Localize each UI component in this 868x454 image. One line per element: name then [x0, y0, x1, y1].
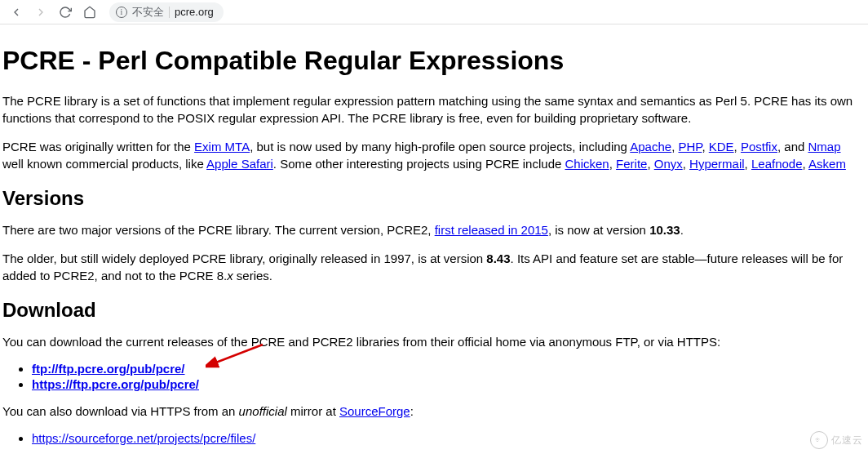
link-ftp-pcre[interactable]: ftp://ftp.pcre.org/pub/pcre/: [32, 362, 185, 376]
security-label: 不安全: [132, 5, 164, 20]
link-kde[interactable]: KDE: [709, 140, 734, 154]
link-chicken[interactable]: Chicken: [565, 157, 609, 171]
link-php[interactable]: PHP: [678, 140, 702, 154]
link-https-pcre[interactable]: https://ftp.pcre.org/pub/pcre/: [32, 377, 199, 391]
download-p2: You can also download via HTTPS from an …: [2, 403, 866, 420]
link-nmap[interactable]: Nmap: [808, 140, 840, 154]
page-title: PCRE - Perl Compatible Regular Expressio…: [2, 46, 866, 76]
link-leafnode[interactable]: Leafnode: [751, 157, 803, 171]
list-item: ftp://ftp.pcre.org/pub/pcre/: [32, 362, 866, 376]
divider: [169, 7, 170, 18]
watermark-icon: ᯤ: [810, 431, 828, 449]
link-exim[interactable]: Exim MTA: [194, 140, 250, 154]
heading-versions: Versions: [2, 187, 866, 210]
download-links-list: ftp://ftp.pcre.org/pub/pcre/ https://ftp…: [32, 362, 866, 391]
info-icon: i: [116, 7, 127, 18]
versions-p1: There are two major versions of the PCRE…: [2, 221, 866, 238]
link-postfix[interactable]: Postfix: [741, 140, 777, 154]
versions-p2: The older, but still widely deployed PCR…: [2, 250, 866, 284]
link-onyx[interactable]: Onyx: [654, 157, 683, 171]
watermark: ᯤ 亿速云: [810, 431, 863, 449]
list-item: https://ftp.pcre.org/pub/pcre/: [32, 377, 866, 391]
download-p1: You can download the current releases of…: [2, 333, 866, 350]
link-askem[interactable]: Askem: [808, 157, 846, 171]
link-ferite[interactable]: Ferite: [616, 157, 647, 171]
browser-toolbar: i 不安全 pcre.org: [0, 0, 868, 24]
intro-para-2: PCRE was originally written for the Exim…: [2, 138, 866, 172]
forward-button[interactable]: [31, 2, 51, 22]
watermark-text: 亿速云: [831, 434, 863, 447]
reload-button[interactable]: [55, 2, 75, 22]
back-button[interactable]: [7, 2, 26, 22]
home-button[interactable]: [80, 2, 100, 22]
link-sourceforge[interactable]: SourceForge: [339, 404, 410, 418]
intro-para-1: The PCRE library is a set of functions t…: [2, 92, 866, 127]
link-apache[interactable]: Apache: [630, 140, 671, 154]
heading-download: Download: [2, 299, 866, 322]
page-content: PCRE - Perl Compatible Regular Expressio…: [0, 24, 868, 454]
address-bar[interactable]: i 不安全 pcre.org: [109, 2, 224, 22]
url-text: pcre.org: [175, 6, 214, 18]
link-sourceforge-files[interactable]: https://sourceforge.net/projects/pcre/fi…: [32, 431, 255, 445]
link-safari[interactable]: Apple Safari: [206, 157, 273, 171]
link-first-released-2015[interactable]: first released in 2015: [435, 223, 548, 237]
list-item: https://sourceforge.net/projects/pcre/fi…: [32, 431, 866, 445]
download-links-list-2: https://sourceforge.net/projects/pcre/fi…: [32, 431, 866, 445]
link-hypermail[interactable]: Hypermail: [689, 157, 745, 171]
